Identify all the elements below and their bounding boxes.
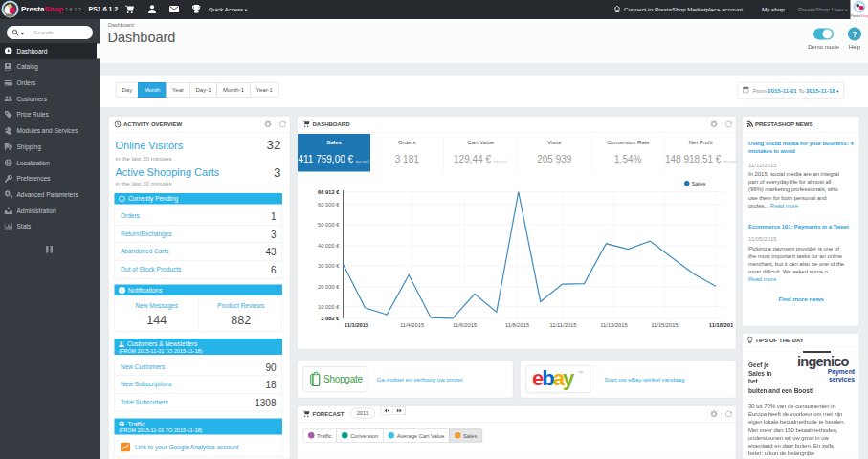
svg-text:11/11/2015: 11/11/2015 [550,322,577,328]
svg-text:11/6/2015: 11/6/2015 [453,322,477,328]
svg-text:30 000 €: 30 000 € [318,263,340,269]
svg-text:11/4/2015: 11/4/2015 [400,322,424,328]
svg-text:11/8/2015: 11/8/2015 [505,322,529,328]
svg-text:40 000 €: 40 000 € [318,243,340,249]
svg-text:11/15/2015: 11/15/2015 [651,322,678,328]
svg-text:3 082 €: 3 082 € [321,316,340,321]
svg-text:10 000 €: 10 000 € [318,304,340,310]
svg-text:66 912 €: 66 912 € [318,189,340,195]
svg-text:11/13/2015: 11/13/2015 [600,322,627,328]
svg-text:50 000 €: 50 000 € [318,222,340,228]
svg-text:11/1/2015: 11/1/2015 [345,322,369,328]
svg-text:11/18/201: 11/18/201 [709,322,734,328]
svg-text:60 000 €: 60 000 € [318,202,340,208]
svg-text:20 000 €: 20 000 € [318,284,340,290]
